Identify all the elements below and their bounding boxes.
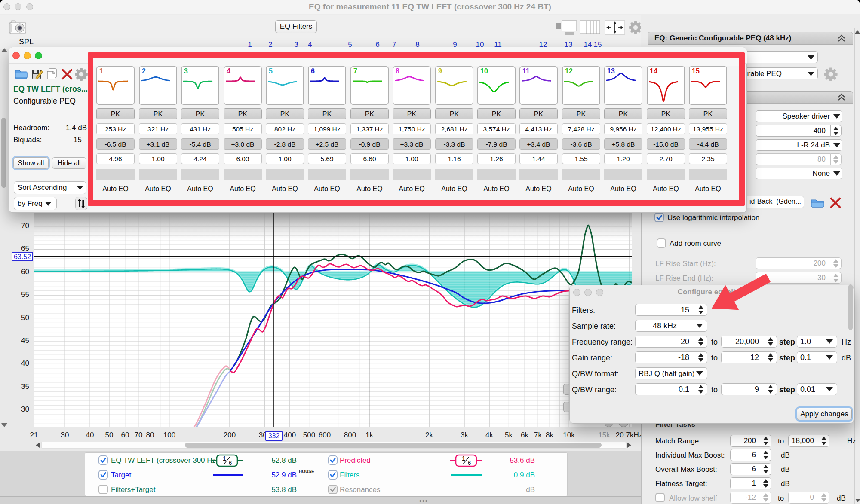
svg-text:6: 6 xyxy=(229,460,232,466)
svg-text:1: 1 xyxy=(223,455,226,462)
svg-text:1: 1 xyxy=(462,455,465,462)
svg-text:6: 6 xyxy=(468,460,471,466)
